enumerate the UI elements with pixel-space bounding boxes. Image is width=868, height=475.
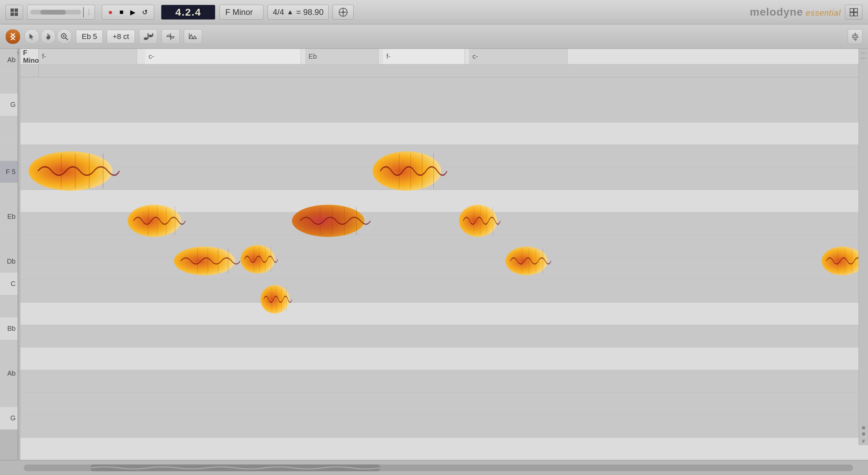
note-blob[interactable] <box>262 284 294 315</box>
settings-button[interactable] <box>848 29 863 44</box>
svg-rect-19 <box>152 33 153 36</box>
pitch-tool-icon <box>143 32 153 41</box>
select-tool-button[interactable] <box>24 29 39 44</box>
grid-icon <box>9 7 19 17</box>
piano-key-G[interactable]: G <box>0 407 18 430</box>
grid-row <box>20 415 868 437</box>
note-blob[interactable] <box>461 204 504 238</box>
svg-rect-2 <box>11 13 14 16</box>
svg-point-71 <box>822 247 864 275</box>
piano-key-Bb[interactable]: Bb <box>0 318 18 340</box>
grid-row <box>20 280 868 302</box>
note-blob[interactable] <box>33 150 126 192</box>
scroll-dot-bottom <box>862 432 865 436</box>
svg-line-13 <box>65 38 68 40</box>
piano-key-sharp[interactable] <box>0 295 18 318</box>
second-toolbar: Eb 5 +8 ct <box>0 24 868 49</box>
record-button[interactable]: ● <box>105 6 116 18</box>
select-icon <box>28 33 36 40</box>
piano-key-C[interactable]: C <box>0 273 18 295</box>
piano-key-F 5[interactable]: F 5 <box>0 161 18 183</box>
note-blob[interactable] <box>177 246 245 276</box>
svg-rect-0 <box>11 8 14 12</box>
note-grid[interactable] <box>20 77 868 460</box>
key-display[interactable]: F Minor <box>219 5 263 20</box>
zoom-scroll-bar[interactable]: ⋮ <box>27 5 95 20</box>
pitch-offset-display: +8 ct <box>107 30 135 43</box>
main-area: AbGF 5EbDbCBbAbG 𝄞 ⋮⋮ # F Minor f-c-Ebf-… <box>0 49 868 460</box>
piano-key-Db[interactable]: Db <box>0 250 18 273</box>
pitch-tool-button[interactable] <box>139 29 157 44</box>
loop-button[interactable]: ↺ <box>139 7 151 18</box>
grid-row <box>20 122 868 145</box>
svg-rect-9 <box>854 8 857 12</box>
dna-tool-button[interactable] <box>5 29 20 44</box>
grid-row <box>20 347 868 370</box>
position-display: 4.2.4 <box>161 5 215 20</box>
piano-key-Ab[interactable]: Ab <box>0 49 18 71</box>
piano-keyboard: AbGF 5EbDbCBbAbG <box>0 49 18 460</box>
chord-segment: f- <box>383 49 465 64</box>
scrollbar-thumb[interactable] <box>90 464 380 471</box>
amplitude-tool-icon <box>188 32 198 41</box>
svg-rect-17 <box>147 33 149 39</box>
svg-point-36 <box>174 247 235 275</box>
chord-segment: c- <box>145 49 301 64</box>
chord-segment: Eb <box>305 49 379 64</box>
scrollbar-track[interactable] <box>24 464 853 471</box>
formant-tool-button[interactable] <box>161 29 180 44</box>
tool-group <box>24 29 72 44</box>
svg-point-31 <box>127 205 181 237</box>
right-corner-button[interactable] <box>845 5 863 20</box>
hand-tool-button[interactable] <box>41 29 56 44</box>
stop-button[interactable]: ■ <box>116 7 127 17</box>
play-button[interactable]: ▶ <box>127 7 139 18</box>
note-blob[interactable] <box>242 244 281 274</box>
piano-key-G[interactable]: G <box>0 94 18 116</box>
zoom-tool-button[interactable] <box>57 29 72 44</box>
chord-segment: c- <box>469 49 567 64</box>
zoom-vertical-handle[interactable]: ⋮⋮ <box>860 50 867 61</box>
svg-rect-3 <box>15 13 18 16</box>
svg-point-66 <box>506 247 548 275</box>
ruler-left-pad <box>20 64 39 77</box>
piano-key-sharp[interactable] <box>0 228 18 250</box>
expand-icon <box>849 7 859 17</box>
piano-key-sharp[interactable] <box>0 116 18 138</box>
note-blob[interactable] <box>508 246 555 276</box>
svg-point-56 <box>373 151 441 191</box>
scroll-dot-top <box>862 426 865 430</box>
grid-row <box>20 77 868 100</box>
hash-icon: # <box>862 438 865 444</box>
left-corner-button[interactable] <box>5 5 23 20</box>
note-blob[interactable] <box>376 150 453 192</box>
grid-row <box>20 258 868 280</box>
scroll-handle[interactable]: ⋮ <box>86 8 92 16</box>
chord-track: F Minor f-c-Ebf-c- ⋮⋮ <box>20 49 868 64</box>
svg-point-26 <box>28 151 113 191</box>
metronome-icon <box>338 7 349 18</box>
piano-key-sharp[interactable] <box>0 138 18 161</box>
grid-row <box>20 393 868 415</box>
chord-segment: f- <box>39 49 137 64</box>
piano-key-Ab[interactable]: Ab <box>0 362 18 385</box>
piano-key-sharp[interactable] <box>0 385 18 407</box>
grid-row <box>20 100 868 122</box>
transport-controls: ● ■ ▶ ↺ <box>102 5 154 20</box>
metronome-button[interactable] <box>333 5 354 20</box>
dna-icon <box>8 32 18 41</box>
time-signature-display[interactable]: 4/4 ▲ = 98.90 <box>268 5 329 20</box>
grid-row <box>20 235 868 257</box>
piano-key-sharp[interactable] <box>0 340 18 362</box>
piano-key-sharp[interactable] <box>0 183 18 206</box>
note-blob[interactable] <box>296 204 377 238</box>
piano-key-sharp[interactable] <box>0 71 18 94</box>
gear-icon <box>851 32 860 41</box>
pitch-note-display: Eb 5 <box>76 30 103 43</box>
grid-row <box>20 370 868 393</box>
note-blob[interactable] <box>131 204 190 238</box>
amplitude-tool-button[interactable] <box>184 29 202 44</box>
piano-key-Eb[interactable]: Eb <box>0 206 18 228</box>
svg-point-16 <box>144 37 148 40</box>
scrollbar-waveform <box>90 465 380 471</box>
